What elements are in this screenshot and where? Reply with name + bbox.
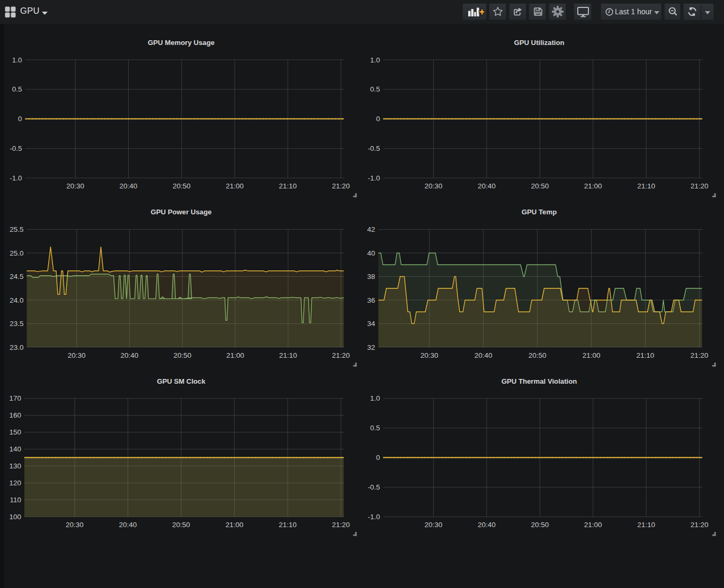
svg-text:21:20: 21:20 [691, 521, 709, 529]
svg-text:0: 0 [18, 115, 22, 123]
svg-text:-0.5: -0.5 [368, 144, 380, 152]
svg-text:170: 170 [9, 394, 21, 402]
svg-text:140: 140 [9, 445, 21, 453]
svg-text:23.5: 23.5 [10, 320, 23, 328]
svg-text:0: 0 [376, 454, 380, 462]
svg-text:24.5: 24.5 [10, 273, 23, 281]
svg-text:21:10: 21:10 [637, 351, 655, 359]
svg-text:GPU Memory Usage: GPU Memory Usage [148, 39, 214, 47]
svg-text:20:40: 20:40 [119, 521, 137, 529]
svg-text:20:40: 20:40 [478, 182, 496, 190]
svg-text:21:10: 21:10 [279, 182, 297, 190]
svg-text:21:10: 21:10 [279, 351, 297, 359]
svg-text:25.5: 25.5 [10, 225, 23, 233]
svg-text:20:50: 20:50 [173, 182, 191, 190]
svg-text:20:30: 20:30 [68, 351, 86, 359]
svg-text:20:50: 20:50 [172, 521, 190, 529]
svg-text:20:40: 20:40 [120, 182, 138, 190]
svg-text:21:20: 21:20 [691, 182, 709, 190]
svg-text:40: 40 [367, 249, 375, 257]
svg-text:20:30: 20:30 [421, 351, 439, 359]
svg-text:21:10: 21:10 [637, 521, 655, 529]
svg-text:20:50: 20:50 [531, 182, 549, 190]
svg-text:20:40: 20:40 [121, 351, 139, 359]
svg-text:32: 32 [367, 343, 375, 351]
svg-text:20:30: 20:30 [425, 521, 443, 529]
svg-text:20:40: 20:40 [475, 351, 493, 359]
svg-text:42: 42 [367, 225, 375, 233]
svg-text:-1.0: -1.0 [10, 174, 22, 182]
svg-text:130: 130 [9, 462, 21, 470]
svg-text:21:00: 21:00 [226, 182, 244, 190]
svg-text:-1.0: -1.0 [368, 174, 380, 182]
svg-text:0: 0 [376, 115, 380, 123]
svg-text:21:20: 21:20 [332, 182, 350, 190]
svg-text:20:30: 20:30 [66, 521, 84, 529]
svg-text:110: 110 [10, 496, 21, 504]
svg-text:120: 120 [9, 479, 21, 487]
svg-text:34: 34 [367, 320, 376, 328]
svg-text:20:40: 20:40 [478, 521, 496, 529]
svg-text:36: 36 [367, 296, 375, 304]
svg-text:150: 150 [9, 428, 21, 436]
svg-text:1.0: 1.0 [12, 56, 22, 64]
svg-text:GPU Thermal Violation: GPU Thermal Violation [502, 377, 577, 385]
svg-text:20:50: 20:50 [529, 351, 547, 359]
svg-text:21:10: 21:10 [279, 521, 297, 529]
svg-text:21:20: 21:20 [332, 521, 350, 529]
svg-text:24.0: 24.0 [10, 296, 23, 304]
svg-text:20:50: 20:50 [531, 521, 549, 529]
svg-text:0.5: 0.5 [12, 85, 22, 93]
svg-text:0.5: 0.5 [370, 85, 380, 93]
svg-text:21:00: 21:00 [584, 182, 602, 190]
svg-text:20:50: 20:50 [173, 351, 191, 359]
svg-text:GPU Utilization: GPU Utilization [514, 39, 564, 47]
svg-text:GPU Temp: GPU Temp [522, 208, 557, 216]
svg-text:21:00: 21:00 [226, 521, 244, 529]
svg-text:20:30: 20:30 [425, 182, 443, 190]
svg-text:21:00: 21:00 [584, 521, 602, 529]
svg-text:-0.5: -0.5 [10, 144, 22, 152]
svg-text:GPU Power Usage: GPU Power Usage [150, 208, 211, 216]
svg-text:21:20: 21:20 [332, 351, 350, 359]
svg-text:-1.0: -1.0 [368, 513, 380, 521]
svg-text:20:30: 20:30 [66, 182, 84, 190]
svg-text:1.0: 1.0 [370, 394, 380, 402]
svg-text:21:10: 21:10 [637, 182, 655, 190]
svg-text:21:00: 21:00 [226, 351, 244, 359]
svg-text:100: 100 [9, 513, 21, 521]
svg-text:-0.5: -0.5 [368, 483, 380, 491]
svg-text:0.5: 0.5 [370, 424, 380, 432]
svg-text:GPU SM Clock: GPU SM Clock [157, 377, 205, 385]
svg-text:25.0: 25.0 [10, 249, 23, 257]
svg-text:21:00: 21:00 [583, 351, 601, 359]
svg-text:160: 160 [9, 411, 21, 419]
svg-text:21:20: 21:20 [691, 351, 709, 359]
svg-text:23.0: 23.0 [10, 343, 23, 351]
svg-text:38: 38 [367, 273, 375, 281]
svg-text:1.0: 1.0 [370, 56, 380, 64]
